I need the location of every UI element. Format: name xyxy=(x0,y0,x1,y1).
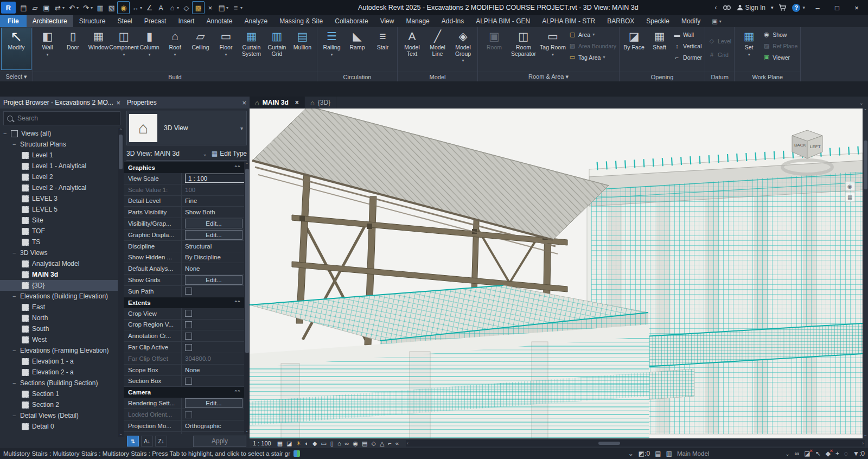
show-analytical-model-icon[interactable]: ◇ xyxy=(371,439,375,448)
rendering-dialog-icon[interactable]: ◆ xyxy=(312,439,317,448)
ribbon-small-button[interactable]: ⌐ Dormer xyxy=(673,53,702,61)
property-row[interactable]: Visibility/Grap... Edit... xyxy=(124,218,244,229)
shadows-icon[interactable]: ◐ xyxy=(305,439,309,448)
property-row[interactable]: Discipline Structural xyxy=(124,241,244,252)
ribbon-tab[interactable]: Annotate xyxy=(200,15,238,27)
ribbon-small-button[interactable]: ▨ Ref Plane xyxy=(763,42,797,50)
section-button[interactable]: ◇ xyxy=(181,2,192,14)
ribbon-button[interactable]: ◪ By Face xyxy=(621,28,647,71)
tree-item[interactable]: West xyxy=(0,334,124,345)
modify-button[interactable]: ↖ Modify xyxy=(2,28,31,69)
property-row[interactable]: Scale Value 1: 100 xyxy=(124,184,244,196)
lock-orientation-icon[interactable]: ⌂ xyxy=(337,439,341,448)
viewport-vertical-scrollbar[interactable]: ⌃ ⌄ xyxy=(863,109,868,438)
search-box[interactable] xyxy=(3,111,120,125)
3d-scene[interactable]: BACK LEFT ◉ ▦ xyxy=(250,109,863,438)
property-row[interactable]: Detail Level Fine xyxy=(124,196,244,207)
property-row[interactable]: Eye Elevation 21479.6 xyxy=(124,432,244,434)
project-browser-header[interactable]: Project Browser - Excavations 2 MO... × xyxy=(0,97,124,109)
sort-default-button[interactable]: ⇅ xyxy=(127,436,139,447)
checkbox[interactable] xyxy=(185,344,192,351)
property-row[interactable]: Locked Orient... xyxy=(124,409,244,420)
ribbon-button[interactable]: ╱ Model Line xyxy=(425,28,450,71)
dropdown-arrow[interactable]: ▾ xyxy=(226,5,228,10)
thin-lines-button[interactable]: ▩ xyxy=(192,1,205,14)
tree-item[interactable]: Level 2 - Analytical xyxy=(0,182,124,193)
tree-item[interactable]: − Structural Plans xyxy=(0,139,124,150)
tree-collapse-icon[interactable]: − xyxy=(3,130,11,137)
background-processes-icon[interactable]: ◌ xyxy=(844,450,848,457)
zoom-icon[interactable]: ▦ xyxy=(847,194,852,200)
scroll-left-icon[interactable]: ‹ xyxy=(407,441,409,446)
reveal-hidden-elements-icon[interactable]: ◉ xyxy=(353,439,358,448)
dropdown-arrow[interactable]: ▾ xyxy=(91,5,93,10)
scrollbar-thumb[interactable] xyxy=(245,169,249,353)
ribbon-button[interactable]: A Model Text xyxy=(399,28,425,71)
revit-logo[interactable]: R xyxy=(1,2,16,14)
view-scale-button[interactable]: 1 : 100 xyxy=(253,440,271,447)
scroll-up-icon[interactable]: ⌃ xyxy=(864,109,867,113)
property-row[interactable]: Show Grids Edit... xyxy=(124,275,244,286)
property-row[interactable]: Far Clip Offset 304800.0 xyxy=(124,353,244,365)
panel-label-select[interactable]: Select ▾ xyxy=(0,72,33,81)
ribbon-button[interactable]: ▯ Door xyxy=(60,28,86,71)
checkbox[interactable] xyxy=(185,378,192,385)
close-hidden-windows-button[interactable]: × xyxy=(205,2,216,14)
ribbon-tab[interactable]: Collaborate xyxy=(329,15,374,27)
viewport-horizontal-scrollbar[interactable]: ‹ › xyxy=(406,440,865,447)
active-workset-select[interactable]: Main Model ⌄ xyxy=(677,450,790,457)
full-navigation-wheel-icon[interactable]: ◉ xyxy=(847,183,852,189)
property-row[interactable]: Rendering Sett... Edit... xyxy=(124,398,244,409)
tree-item[interactable]: TS xyxy=(0,237,124,247)
ribbon-small-button[interactable]: ▬ Wall xyxy=(673,30,702,39)
crop-view-icon[interactable]: ▭ xyxy=(321,439,326,448)
property-row[interactable]: Far Clip Active xyxy=(124,342,244,353)
restore-button[interactable]: □ xyxy=(830,4,844,12)
property-row[interactable]: Projection Mo... Orthographic xyxy=(124,420,244,432)
tree-item[interactable]: Level 1 xyxy=(0,150,124,161)
property-row[interactable]: Crop View xyxy=(124,308,244,320)
ribbon-small-button[interactable]: ↕ Vertical xyxy=(673,42,702,50)
drag-on-selection-icon[interactable]: + xyxy=(835,450,839,457)
dropdown-arrow[interactable]: ▾ xyxy=(240,5,242,10)
edit-button[interactable]: Edit... xyxy=(185,398,242,408)
tree-collapse-icon[interactable]: − xyxy=(12,347,20,354)
dropdown-arrow[interactable]: ▾ xyxy=(76,5,79,10)
property-row[interactable]: Graphic Displa... Edit... xyxy=(124,229,244,241)
tree-item[interactable]: Level 2 xyxy=(0,171,124,182)
sort-descending-button[interactable]: Z↓ xyxy=(155,436,167,447)
select-by-face-icon[interactable]: ◆ × xyxy=(826,450,831,457)
tree-collapse-icon[interactable]: − xyxy=(12,293,20,299)
property-row[interactable]: View Scale 1 : 100 xyxy=(124,173,244,184)
tree-item[interactable]: Site xyxy=(0,215,124,226)
text-button[interactable]: A xyxy=(155,2,167,14)
measure-button[interactable]: ↔ ▾ xyxy=(130,2,144,14)
ribbon-small-button[interactable]: ◇ Level xyxy=(708,37,731,45)
back-arrow-icon[interactable]: ‹ xyxy=(715,4,717,11)
ribbon-tab[interactable]: View xyxy=(374,15,400,27)
tree-collapse-icon[interactable]: − xyxy=(12,141,20,148)
properties-scrollbar[interactable]: ⌃ ⌄ xyxy=(244,162,250,434)
ribbon-small-button[interactable]: ▭ Tag Area ▾ xyxy=(569,53,616,61)
minimize-button[interactable]: – xyxy=(810,4,825,12)
scroll-down-icon[interactable]: ⌄ xyxy=(864,432,867,437)
select-underlay-icon[interactable]: ◪ × xyxy=(804,450,810,457)
scrollbar-thumb[interactable] xyxy=(598,442,620,445)
ribbon-tab[interactable]: Analyze xyxy=(239,15,274,27)
tree-item[interactable]: − Detail Views (Detail) xyxy=(0,410,124,421)
ribbon-tab[interactable]: ALPHA BIM - STR xyxy=(536,15,601,27)
property-row[interactable]: Parts Visibility Show Both xyxy=(124,207,244,218)
property-row[interactable]: Annotation Cr... xyxy=(124,330,244,342)
open-button[interactable]: ▱ xyxy=(29,2,41,14)
checkbox[interactable] xyxy=(185,333,192,340)
redo-button[interactable]: ↷ ▾ xyxy=(80,2,94,14)
sun-path-icon[interactable]: ☀ xyxy=(296,439,301,448)
editing-requests-icon[interactable]: ◩:0 xyxy=(639,450,650,457)
scroll-down-icon[interactable]: ⌄ xyxy=(119,431,123,436)
selection-filter-icon[interactable]: ▼:0 xyxy=(853,450,865,457)
ribbon-tab[interactable]: Precast xyxy=(138,15,173,27)
tree-item[interactable]: Analytical Model xyxy=(0,258,124,269)
close-button[interactable]: × xyxy=(850,4,864,12)
ribbon-tab[interactable]: Massing & Site xyxy=(273,15,329,27)
aligned-dimension-button[interactable]: ∠ xyxy=(144,2,155,14)
